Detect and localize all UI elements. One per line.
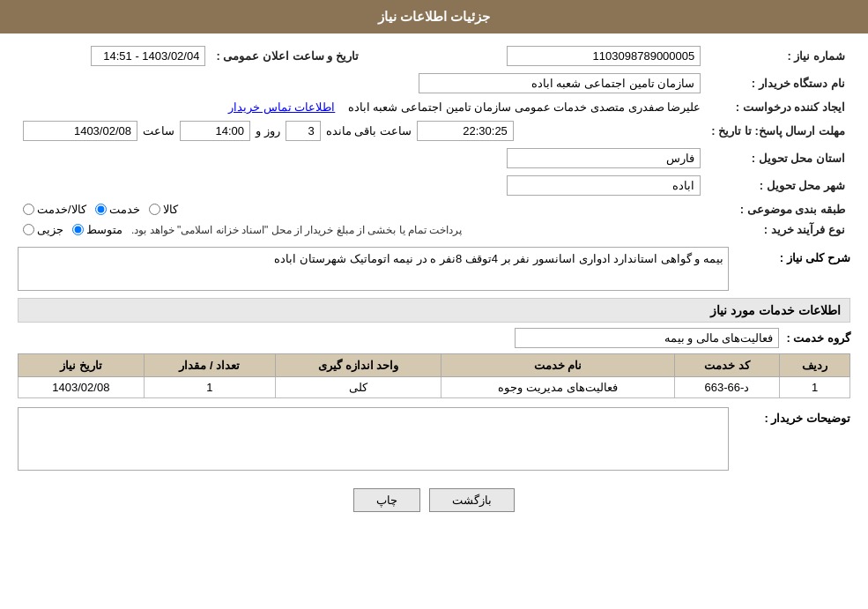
creator-label: ایجاد کننده درخواست :	[706, 97, 850, 117]
group-service-label: گروه خدمت :	[786, 331, 850, 345]
category-khedmat[interactable]: خدمت	[95, 203, 140, 216]
need-number-label: شماره نیاز :	[706, 42, 850, 70]
need-desc-content: بیمه و گواهی استاندارد ادواری اسانسور نف…	[18, 247, 729, 291]
service-info-title: اطلاعات خدمات مورد نیاز	[18, 298, 850, 323]
category-kala-khedmat[interactable]: کالا/خدمت	[23, 203, 86, 216]
remaining-time-input	[417, 121, 514, 141]
col-unit: واحد اندازه گیری	[275, 354, 441, 377]
buyer-desc-label: توضیحات خریدار :	[736, 407, 850, 425]
announce-date-label: تاریخ و ساعت اعلان عمومی :	[211, 42, 363, 70]
category-kala[interactable]: کالا	[149, 203, 178, 216]
org-name-label: نام دستگاه خریدار :	[706, 70, 850, 97]
print-button[interactable]: چاپ	[353, 488, 420, 512]
col-code: کد خدمت	[674, 354, 779, 377]
col-qty: تعداد / مقدار	[144, 354, 275, 377]
creator-value: علیرضا صفدری متصدی خدمات عمومی سازمان تا…	[348, 100, 701, 114]
province-input	[507, 148, 701, 168]
purchase-note: پرداخت تمام یا بخشی از مبلغ خریدار از مح…	[131, 224, 462, 236]
group-service-input	[515, 328, 779, 348]
service-table: ردیف کد خدمت نام خدمت واحد اندازه گیری ت…	[18, 353, 850, 398]
button-row: بازگشت چاپ	[18, 479, 850, 525]
purchase-type-label: نوع فرآیند خرید :	[706, 219, 850, 240]
col-name: نام خدمت	[441, 354, 675, 377]
city-input	[507, 175, 701, 196]
table-row: 1د-66-663فعالیت‌های مدیریت وجوهکلی11403/…	[19, 377, 850, 398]
time-label: ساعت	[143, 124, 174, 137]
need-number-input	[507, 46, 701, 66]
remaining-label: ساعت باقی مانده	[326, 124, 412, 137]
city-label: شهر محل تحویل :	[706, 172, 850, 199]
announce-date-input	[91, 46, 205, 66]
days-label: روز و	[256, 124, 280, 137]
days-input	[286, 121, 321, 141]
need-desc-label: شرح کلی نیاز :	[736, 247, 850, 264]
creator-contact-link[interactable]: اطلاعات تماس خریدار	[228, 100, 335, 114]
col-row: ردیف	[780, 354, 850, 377]
need-desc-text: بیمه و گواهی استاندارد ادواری اسانسور نف…	[274, 252, 723, 265]
purchase-motavaset[interactable]: متوسط	[72, 223, 122, 236]
col-date: تاریخ نیاز	[19, 354, 145, 377]
org-name-input	[419, 73, 701, 93]
time-input	[180, 121, 250, 141]
back-button[interactable]: بازگشت	[429, 488, 515, 512]
page-header: جزئیات اطلاعات نیاز	[0, 0, 868, 33]
province-label: استان محل تحویل :	[706, 145, 850, 172]
category-label: طبقه بندی موضوعی :	[706, 199, 850, 219]
deadline-label: مهلت ارسال پاسخ: تا تاریخ :	[706, 117, 850, 145]
deadline-date-input	[23, 121, 137, 141]
purchase-jozi[interactable]: جزیی	[23, 223, 63, 236]
page-title: جزئیات اطلاعات نیاز	[378, 9, 490, 24]
buyer-desc-textarea[interactable]	[18, 407, 729, 471]
